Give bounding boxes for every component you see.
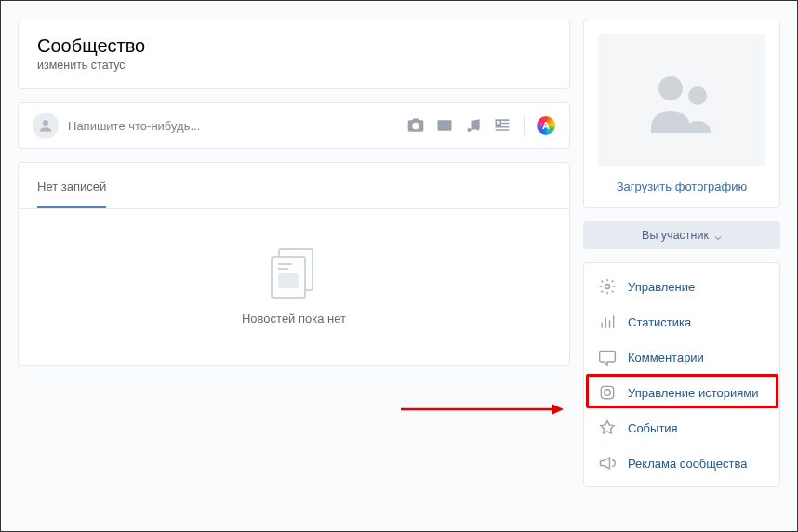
sidebar-item-label: Управление историями	[628, 386, 758, 400]
svg-point-0	[43, 120, 48, 126]
svg-point-2	[688, 86, 707, 105]
empty-feed: Новостей пока нет	[19, 209, 569, 365]
sidebar-item-events[interactable]: События	[584, 410, 779, 446]
svg-point-5	[605, 390, 611, 396]
gear-icon	[598, 277, 617, 296]
composer-divider	[524, 115, 525, 136]
article-icon[interactable]	[493, 116, 512, 135]
sidebar-item-comments[interactable]: Комментарии	[584, 339, 779, 375]
sidebar-item-stats[interactable]: Статистика	[584, 304, 779, 339]
feed-card: Нет записей Новостей пока нет	[18, 162, 570, 366]
empty-docs-icon	[267, 246, 321, 300]
sidebar-item-stories[interactable]: Управление историями	[584, 375, 779, 410]
stories-icon	[598, 383, 617, 402]
sidebar-item-ads[interactable]: Реклама сообщества	[584, 446, 779, 481]
page-title: Сообщество	[37, 35, 551, 57]
membership-label: Вы участник	[642, 229, 709, 242]
composer-input[interactable]: Напишите что-нибудь...	[68, 119, 406, 133]
upload-photo-link[interactable]: Загрузить фотографию	[598, 180, 765, 193]
avatar-placeholder-icon	[598, 34, 765, 166]
chevron-down-icon	[714, 232, 722, 239]
sidebar-item-manage[interactable]: Управление	[584, 269, 779, 304]
music-icon[interactable]	[464, 116, 483, 135]
sidebar-item-label: Управление	[628, 280, 695, 294]
sidebar-item-label: Статистика	[628, 315, 691, 329]
svg-rect-4	[601, 386, 613, 398]
ads-icon[interactable]: A	[537, 116, 555, 135]
svg-point-3	[605, 285, 610, 289]
video-icon[interactable]	[435, 116, 454, 135]
change-status-link[interactable]: изменить статус	[37, 59, 551, 72]
community-header: Сообщество изменить статус	[18, 20, 570, 89]
empty-feed-text: Новостей пока нет	[19, 312, 569, 326]
sidebar-item-label: Реклама сообщества	[628, 457, 748, 471]
sidebar-item-label: События	[628, 421, 678, 435]
composer: Напишите что-нибудь... A	[18, 102, 570, 149]
membership-button[interactable]: Вы участник	[583, 221, 780, 249]
camera-icon[interactable]	[406, 116, 425, 135]
comment-icon	[598, 348, 617, 366]
sidebar-item-label: Комментарии	[628, 351, 704, 365]
sidebar-menu: Управление Статистика Комментарии Управл…	[583, 262, 780, 487]
avatar-icon	[33, 113, 59, 139]
star-icon	[598, 419, 617, 437]
stats-icon	[598, 313, 617, 331]
feed-tabs: Нет записей	[19, 163, 569, 209]
tab-no-posts[interactable]: Нет записей	[37, 180, 106, 208]
megaphone-icon	[598, 454, 617, 472]
photo-panel: Загрузить фотографию	[583, 20, 780, 208]
svg-point-1	[658, 76, 683, 100]
